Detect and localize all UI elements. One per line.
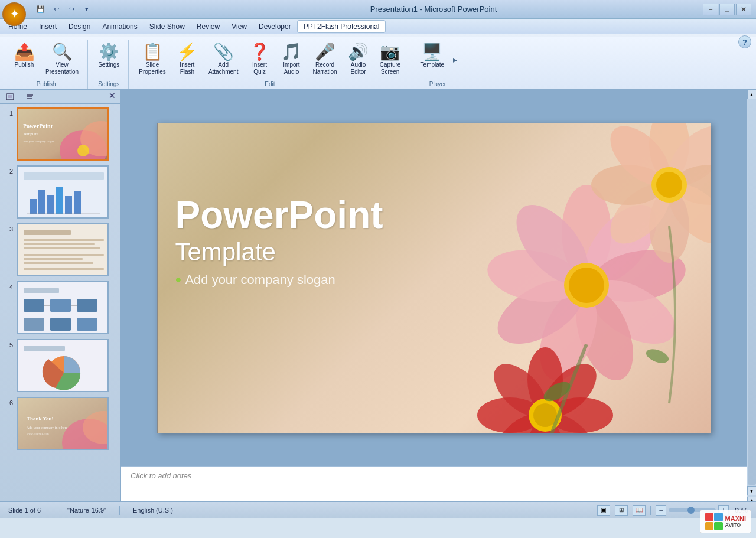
maximize-button[interactable]: □ <box>719 4 735 15</box>
close-button[interactable]: ✕ <box>736 4 751 15</box>
menu-design[interactable]: Design <box>63 21 96 32</box>
quick-access-dropdown[interactable]: ▾ <box>80 3 93 16</box>
svg-rect-24 <box>24 243 94 245</box>
reading-view-button[interactable]: 📖 <box>633 505 646 516</box>
view-presentation-button[interactable]: 🔍 View Presentation <box>41 41 83 79</box>
slide-properties-button[interactable]: 📋 Slide Properties <box>135 41 170 79</box>
title-bar: ✦ 💾 ↩ ↪ ▾ Presentation1 - Microsoft Powe… <box>0 0 756 19</box>
svg-rect-34 <box>77 299 97 312</box>
scroll-thumb[interactable] <box>748 100 756 485</box>
record-narration-label: Record Narration <box>312 61 337 76</box>
theme-info: "Nature-16.9" <box>64 506 110 515</box>
capture-screen-button[interactable]: 📷 Capture Screen <box>376 41 405 79</box>
menu-view[interactable]: View <box>226 21 253 32</box>
quick-access-toolbar: 💾 ↩ ↪ ▾ <box>34 3 93 16</box>
slide-subtitle[interactable]: Template <box>175 238 383 266</box>
insert-quiz-icon: ❓ <box>249 44 270 60</box>
ribbon: 📤 Publish 🔍 View Presentation Publish ⚙️… <box>0 34 756 90</box>
slides-list: 1 <box>0 104 120 501</box>
insert-flash-icon: ⚡ <box>177 44 197 60</box>
slide-preview-5 <box>17 339 109 392</box>
settings-button[interactable]: ⚙️ Settings <box>94 41 123 71</box>
help-button[interactable]: ? <box>738 35 751 48</box>
slide-text-content: PowerPoint Template ● Add your company s… <box>175 194 383 288</box>
publish-label: Publish <box>15 61 34 69</box>
slogan-text: Add your company slogan <box>185 272 335 288</box>
menu-review[interactable]: Review <box>191 21 226 32</box>
menu-slideshow[interactable]: Slide Show <box>144 21 191 32</box>
panel-tab-slides[interactable] <box>0 90 20 103</box>
player-more-button[interactable]: ▸ <box>451 41 459 79</box>
slide5-preview-svg <box>18 340 109 392</box>
capture-screen-label: Capture Screen <box>380 61 401 76</box>
publish-icon: 📤 <box>14 44 35 60</box>
svg-point-69 <box>656 172 682 198</box>
svg-text:PowerPoint: PowerPoint <box>23 123 53 129</box>
insert-flash-button[interactable]: ⚡ Insert Flash <box>172 41 202 79</box>
page-up-button[interactable]: ▴ <box>747 497 757 501</box>
slide-info: Slide 1 of 6 <box>5 506 44 515</box>
scroll-up-button[interactable]: ▲ <box>747 90 757 99</box>
office-button[interactable]: ✦ <box>2 2 26 26</box>
slide-thumb-2[interactable]: 2 <box>2 164 118 220</box>
slide-thumb-4[interactable]: 4 <box>2 280 118 335</box>
menu-developer[interactable]: Developer <box>253 21 297 32</box>
slide-title[interactable]: PowerPoint <box>175 194 383 236</box>
menu-insert[interactable]: Insert <box>33 21 63 32</box>
import-audio-button[interactable]: 🎵 Import Audio <box>276 41 306 79</box>
redo-button[interactable]: ↪ <box>65 3 78 16</box>
slide-canvas[interactable]: PowerPoint Template ● Add your company s… <box>157 123 711 433</box>
language-info: English (U.S.) <box>129 506 177 515</box>
slide-preview-6: Thank You! Add your company info here ww… <box>17 397 109 450</box>
normal-view-button[interactable]: ▣ <box>597 505 610 516</box>
scroll-down-button[interactable]: ▼ <box>747 486 757 495</box>
insert-quiz-button[interactable]: ❓ Insert Quiz <box>245 41 274 79</box>
slide-panel: ✕ 1 <box>0 90 121 501</box>
svg-text:Add your company slogan: Add your company slogan <box>23 140 54 143</box>
window-controls: − □ ✕ <box>703 4 751 15</box>
template-button[interactable]: 🖥️ Template <box>416 41 449 71</box>
slide-num-5: 5 <box>4 341 13 348</box>
svg-text:Template: Template <box>23 132 38 136</box>
publish-group-label: Publish <box>9 80 83 89</box>
svg-rect-18 <box>65 196 72 214</box>
save-button[interactable]: 💾 <box>34 3 47 16</box>
audio-editor-button[interactable]: 🔊 Audio Editor <box>344 41 373 79</box>
slide4-preview-svg <box>18 282 109 334</box>
vertical-scrollbar[interactable]: ▲ ▼ ▴ ▾ <box>747 90 756 501</box>
svg-rect-17 <box>56 187 63 214</box>
panel-close-button[interactable]: ✕ <box>104 90 120 103</box>
publish-button[interactable]: 📤 Publish <box>9 41 39 71</box>
slide-sorter-button[interactable]: ⊞ <box>615 505 628 516</box>
slide-thumb-6[interactable]: 6 Thank You! <box>2 396 118 451</box>
notes-area[interactable]: Click to add notes <box>121 466 747 501</box>
slide3-preview-svg <box>18 224 109 276</box>
import-audio-label: Import Audio <box>283 61 299 76</box>
panel-tab-outline[interactable] <box>20 90 40 103</box>
minimize-button[interactable]: − <box>703 4 718 15</box>
slide-properties-icon: 📋 <box>142 44 163 60</box>
svg-rect-15 <box>38 190 45 214</box>
publish-buttons: 📤 Publish 🔍 View Presentation <box>9 41 83 79</box>
slide-thumb-1[interactable]: 1 <box>2 106 118 162</box>
zoom-slider-thumb[interactable] <box>687 507 695 514</box>
ribbon-content: 📤 Publish 🔍 View Presentation Publish ⚙️… <box>0 37 756 89</box>
logo-text: MAXNI AVITO <box>725 515 746 528</box>
slide-num-4: 4 <box>4 283 13 291</box>
zoom-out-button[interactable]: − <box>656 505 666 516</box>
audio-editor-label: Audio Editor <box>351 61 366 76</box>
menu-animations[interactable]: Animations <box>96 21 143 32</box>
svg-text:Add your company info here: Add your company info here <box>27 426 68 429</box>
add-attachment-button[interactable]: 📎 Add Attachment <box>204 41 243 79</box>
slide-thumb-3[interactable]: 3 <box>2 222 118 278</box>
slides-tab-icon <box>6 93 14 101</box>
menu-ppt2flash[interactable]: PPT2Flash Professional <box>297 20 386 33</box>
notes-placeholder: Click to add notes <box>131 471 191 480</box>
window-title: Presentation1 - Microsoft PowerPoint <box>164 5 703 14</box>
panel-tabs: ✕ <box>0 90 120 104</box>
record-narration-button[interactable]: 🎤 Record Narration <box>308 41 341 79</box>
slide-thumb-5[interactable]: 5 <box>2 338 118 393</box>
undo-button[interactable]: ↩ <box>50 3 63 16</box>
import-audio-icon: 🎵 <box>281 44 302 60</box>
slide-slogan[interactable]: ● Add your company slogan <box>175 272 383 288</box>
